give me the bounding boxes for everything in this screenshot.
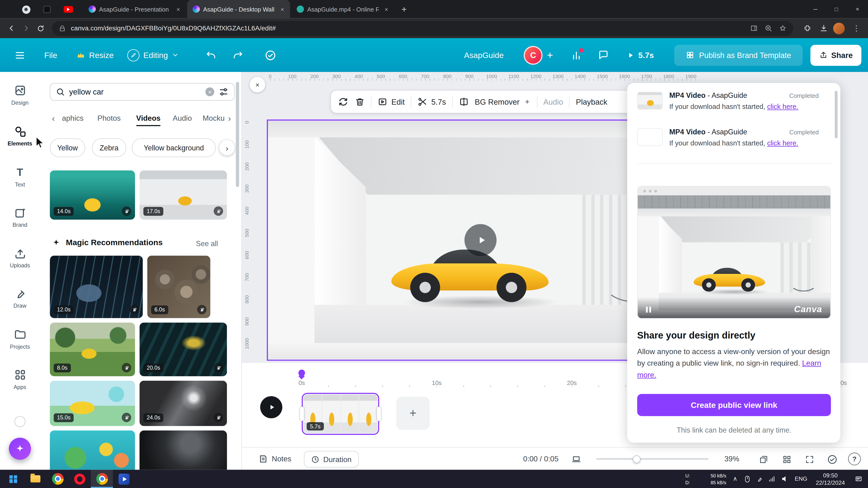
tab-close-icon[interactable]: × — [382, 5, 391, 14]
video-result[interactable]: 15.0s ♛ — [50, 381, 135, 426]
forward-button[interactable] — [19, 21, 33, 35]
file-explorer-button[interactable] — [24, 470, 46, 488]
invite-button[interactable]: + — [547, 49, 553, 61]
clip-trim-handle-right[interactable] — [377, 407, 381, 421]
playhead[interactable] — [299, 370, 305, 379]
sidebar-item-projects[interactable]: Projects — [0, 328, 40, 350]
start-button[interactable] — [2, 470, 24, 488]
design-title[interactable]: AsapGuide — [458, 51, 503, 60]
create-public-view-link-button[interactable]: Create public view link — [637, 394, 831, 416]
new-tab-button[interactable]: + — [398, 3, 411, 16]
video-result[interactable] — [50, 430, 135, 470]
pinned-tab-app[interactable] — [40, 2, 54, 17]
taskbar-clock[interactable]: 09:50 22/12/2024 — [810, 472, 850, 486]
language-indicator[interactable]: ENG — [793, 470, 809, 488]
video-result[interactable]: 20.0s ♛ — [140, 323, 227, 376]
play-button-overlay[interactable] — [464, 224, 497, 256]
audio-button[interactable]: Audio — [544, 97, 563, 106]
download-item[interactable]: MP4 Video - AsapGuide Completed If your … — [637, 126, 832, 157]
opera-button[interactable] — [69, 470, 91, 488]
tab-photos[interactable]: Photos — [97, 114, 121, 122]
bg-remover-button[interactable]: BG Remover — [475, 97, 531, 106]
account-avatar[interactable]: C — [524, 46, 542, 65]
chips-scroll-right-button[interactable]: › — [219, 140, 235, 156]
volume-tray-icon[interactable] — [779, 470, 790, 488]
video-clip[interactable]: 5.7s — [302, 393, 379, 435]
back-button[interactable] — [4, 21, 19, 35]
file-menu[interactable]: File — [44, 51, 57, 60]
comments-button[interactable] — [598, 50, 609, 61]
tab-graphics[interactable]: aphics — [62, 114, 84, 122]
download-link[interactable]: click here. — [767, 139, 798, 147]
fullscreen-icon[interactable] — [803, 453, 816, 466]
split-button[interactable] — [459, 97, 469, 107]
sidebar-item-elements[interactable]: Elements — [0, 125, 40, 147]
minimize-button[interactable]: ─ — [805, 0, 826, 18]
publish-brand-template-button[interactable]: Publish as Brand Template — [674, 44, 803, 66]
bookmark-star-icon[interactable] — [779, 24, 786, 32]
tab-mockups[interactable]: Mocku — [203, 114, 224, 122]
tabs-scroll-right-icon[interactable]: › — [228, 113, 231, 123]
clear-search-icon[interactable]: × — [206, 88, 214, 96]
video-result[interactable]: 14.0s ♛ — [50, 170, 135, 220]
insights-button[interactable] — [571, 50, 582, 61]
chip-yellow-background[interactable]: Yellow background — [132, 138, 216, 157]
present-button[interactable]: 5.7s — [627, 51, 654, 60]
timeline-play-button[interactable] — [260, 396, 282, 418]
playback-button[interactable]: Playback — [576, 97, 607, 106]
chrome-button[interactable] — [46, 470, 69, 488]
video-result[interactable]: 12.0s ♛ — [50, 256, 143, 318]
tab-close-icon[interactable]: × — [174, 5, 183, 14]
tab-online-reverser[interactable]: AsapGuide.mp4 - Online Revers... × — [291, 0, 394, 18]
undo-button[interactable] — [206, 50, 217, 60]
video-result[interactable]: 6.0s ♛ — [147, 256, 210, 318]
zoom-slider[interactable] — [596, 458, 709, 460]
pinned-tab-profile[interactable] — [19, 2, 33, 17]
search-input[interactable] — [69, 88, 201, 96]
downloads-icon[interactable] — [816, 21, 831, 35]
loop-button[interactable] — [338, 96, 349, 107]
extensions-icon[interactable] — [800, 21, 814, 35]
close-window-button[interactable]: × — [847, 0, 868, 18]
delete-button[interactable] — [355, 97, 365, 107]
check-circle-icon[interactable] — [825, 453, 838, 466]
share-button[interactable]: Share — [810, 44, 861, 66]
reload-button[interactable] — [33, 21, 48, 35]
url-field[interactable]: canva.com/design/DAGXFBBoiYg/0U8xD9Q6AHZ… — [52, 21, 794, 36]
sidebar-item-apps[interactable]: Apps — [0, 368, 40, 390]
tab-videos[interactable]: Videos — [136, 114, 160, 122]
download-link[interactable]: click here. — [767, 103, 798, 111]
tray-expand-icon[interactable]: ∧ — [730, 470, 741, 488]
browser-menu-icon[interactable]: ⋮ — [849, 21, 864, 35]
notifications-scrollbar[interactable] — [835, 91, 838, 138]
resize-button[interactable]: Resize — [76, 51, 114, 60]
video-result[interactable]: 17.0s ♛ — [140, 170, 227, 220]
zoom-slider-handle[interactable] — [633, 455, 641, 463]
notes-button[interactable]: Notes — [258, 448, 291, 470]
editing-mode-button[interactable]: Editing — [127, 49, 179, 61]
sidebar-item-brand[interactable]: Brand — [0, 206, 40, 228]
redo-button[interactable] — [232, 50, 243, 60]
grid-view-icon[interactable] — [780, 453, 793, 466]
browser-profile-avatar[interactable] — [833, 22, 845, 34]
download-item[interactable]: MP4 Video - AsapGuide Completed If your … — [637, 90, 832, 121]
chrome-active-button[interactable] — [91, 470, 113, 488]
tab-presentation[interactable]: AsapGuide - Presentation × — [83, 0, 186, 18]
tab-audio[interactable]: Audio — [173, 114, 192, 122]
maximize-button[interactable]: □ — [826, 0, 847, 18]
edit-video-button[interactable]: Edit — [378, 97, 405, 107]
clip-trim-handle-left[interactable] — [300, 407, 304, 421]
pen-tray-icon[interactable] — [754, 470, 765, 488]
media-app-button[interactable] — [113, 470, 135, 488]
video-result[interactable] — [140, 430, 227, 470]
pause-icon[interactable] — [646, 306, 651, 313]
menu-button[interactable] — [14, 50, 26, 61]
chip-zebra[interactable]: Zebra — [92, 138, 126, 157]
video-result[interactable]: 8.0s ♛ — [50, 323, 135, 376]
add-page-button[interactable]: + — [396, 397, 430, 430]
sidebar-item-text[interactable]: T Text — [0, 166, 40, 188]
help-button[interactable]: ? — [848, 453, 861, 465]
tabs-scroll-left-icon[interactable]: ‹ — [52, 113, 55, 123]
fit-screen-icon[interactable] — [569, 453, 583, 466]
network-tray-icon[interactable] — [766, 470, 777, 488]
